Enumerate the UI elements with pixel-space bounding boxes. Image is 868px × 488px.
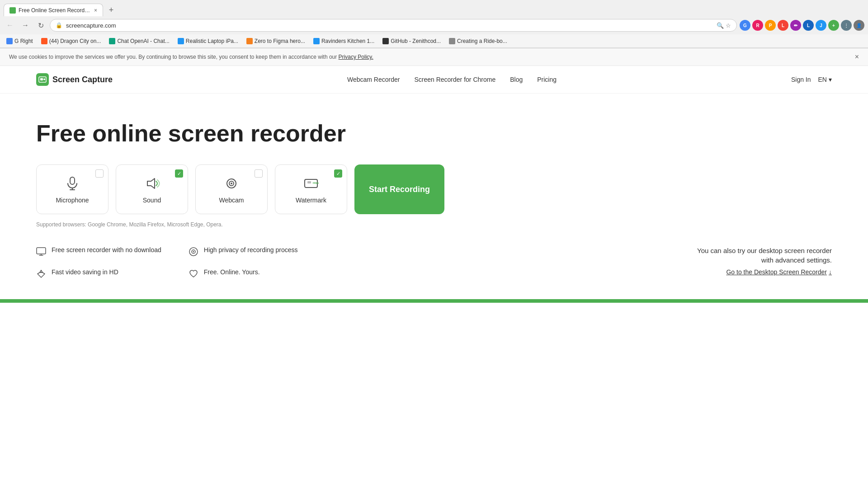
hero-title: Free online screen recorder	[36, 121, 832, 146]
ext-icon-1[interactable]: G	[740, 20, 750, 31]
privacy-icon	[189, 247, 198, 259]
bookmark-favicon	[178, 38, 184, 44]
bottom-green-bar	[0, 299, 868, 303]
bookmark-label: Chat OpenAI - Chat...	[117, 38, 169, 44]
feature-privacy: High privacy of recording process	[189, 246, 314, 259]
tab-bar: Free Online Screen Recorder | C... × +	[0, 0, 868, 16]
bookmark-label: G Right	[14, 38, 33, 44]
bookmark-figma[interactable]: Zero to Figma hero...	[244, 37, 308, 45]
sound-checkbox[interactable]: ✓	[175, 169, 183, 178]
new-tab-button[interactable]: +	[105, 4, 118, 16]
supported-browsers-text: Supported browsers: Google Chrome, Mozil…	[36, 221, 832, 228]
recording-options: Microphone ✓ Sound	[36, 164, 832, 214]
features-row: Free screen recorder with no download Hi…	[36, 246, 832, 281]
ext-icon-7[interactable]: J	[816, 20, 826, 31]
desktop-cta: You can also try our desktop screen reco…	[697, 246, 832, 276]
bookmark-favicon	[449, 38, 455, 44]
feature-free: Free. Online. Yours.	[189, 268, 314, 281]
bookmarks-bar: G Right (44) Dragon City on... Chat Open…	[0, 34, 868, 48]
webcam-checkbox[interactable]	[255, 169, 263, 178]
bookmark-favicon	[6, 38, 13, 44]
svg-point-18	[193, 251, 194, 253]
start-recording-button[interactable]: Start Recording	[354, 164, 444, 214]
tab-close-button[interactable]: ×	[94, 7, 97, 14]
bookmark-github[interactable]: GitHub - Zenithcod...	[380, 37, 443, 45]
nav-pricing[interactable]: Pricing	[537, 76, 557, 83]
sign-in-link[interactable]: Sign In	[791, 76, 811, 83]
webcam-icon	[223, 175, 240, 193]
nav-blog[interactable]: Blog	[510, 76, 523, 83]
language-selector[interactable]: EN ▾	[818, 76, 832, 83]
main-nav: Screen Capture Webcam Recorder Screen Re…	[0, 66, 868, 94]
logo-icon	[36, 73, 49, 86]
browser-chrome: Free Online Screen Recorder | C... × + ←…	[0, 0, 868, 48]
bookmark-laptop[interactable]: Realistic Laptop iPa...	[175, 37, 241, 45]
webcam-option[interactable]: Webcam	[195, 164, 268, 214]
active-tab[interactable]: Free Online Screen Recorder | C... ×	[4, 4, 103, 16]
profile-icon[interactable]: 👤	[854, 20, 864, 31]
bookmark-favicon	[41, 38, 47, 44]
watermark-option[interactable]: ✓ FREE Watermark	[275, 164, 347, 214]
bookmark-dragon-city[interactable]: (44) Dragon City on...	[38, 37, 104, 45]
bookmark-favicon	[109, 38, 115, 44]
ext-icon-5[interactable]: ✏	[790, 20, 801, 31]
url-text: screencapture.com	[66, 22, 116, 29]
ext-icon-8[interactable]: +	[828, 20, 839, 31]
reload-button[interactable]: ↻	[34, 19, 47, 32]
chevron-down-icon: ▾	[829, 76, 832, 83]
ext-icon-3[interactable]: P	[765, 20, 776, 31]
desktop-cta-text: You can also try our desktop screen reco…	[697, 246, 832, 265]
desktop-cta-link[interactable]: Go to the Desktop Screen Recorder ↓	[697, 268, 832, 276]
address-bar-icons: 🔍 ☆	[717, 22, 731, 29]
privacy-policy-link[interactable]: Privacy Policy.	[339, 54, 373, 60]
ext-icon-2[interactable]: R	[752, 20, 763, 31]
diamond-icon	[36, 269, 46, 281]
hero-section: Free online screen recorder Microphone	[0, 94, 868, 299]
search-icon[interactable]: 🔍	[717, 22, 724, 29]
logo-text: Screen Capture	[52, 75, 113, 84]
bookmark-chatgpt[interactable]: Chat OpenAI - Chat...	[106, 37, 172, 45]
sound-option[interactable]: ✓ Sound	[116, 164, 188, 214]
bookmark-label: GitHub - Zenithcod...	[391, 38, 441, 44]
ext-icon-6[interactable]: L	[803, 20, 814, 31]
bookmark-star-icon[interactable]: ☆	[726, 22, 731, 29]
microphone-option[interactable]: Microphone	[36, 164, 108, 214]
ext-icon-4[interactable]: L	[778, 20, 788, 31]
feature-text-no-download: Free screen recorder with no download	[52, 246, 161, 255]
nav-screen-recorder-chrome[interactable]: Screen Recorder for Chrome	[414, 76, 495, 83]
back-button[interactable]: ←	[4, 19, 16, 32]
bookmark-label: Creating a Ride-bo...	[457, 38, 507, 44]
bookmark-favicon	[313, 38, 320, 44]
logo[interactable]: Screen Capture	[36, 73, 113, 86]
feature-text-free: Free. Online. Yours.	[204, 268, 260, 277]
microphone-checkbox[interactable]	[95, 169, 104, 178]
watermark-checkbox[interactable]: ✓	[334, 169, 342, 178]
monitor-icon	[36, 247, 46, 259]
bookmark-label: (44) Dragon City on...	[49, 38, 101, 44]
svg-point-9	[231, 183, 232, 184]
bookmark-g-right[interactable]: G Right	[4, 37, 36, 45]
forward-button[interactable]: →	[19, 19, 32, 32]
tab-title: Free Online Screen Recorder | C...	[19, 7, 91, 14]
svg-rect-11	[307, 181, 311, 183]
lock-icon: 🔒	[56, 22, 62, 28]
sound-icon	[144, 175, 160, 193]
bookmark-ride[interactable]: Creating a Ride-bo...	[446, 37, 510, 45]
nav-webcam-recorder[interactable]: Webcam Recorder	[347, 76, 400, 83]
features-grid: Free screen recorder with no download Hi…	[36, 246, 314, 281]
bookmark-favicon	[246, 38, 253, 44]
address-bar-row: ← → ↻ 🔒 screencapture.com 🔍 ☆ G R P L ✏ …	[0, 16, 868, 34]
sound-label: Sound	[143, 197, 161, 204]
ext-icon-9[interactable]: ⋮	[841, 20, 852, 31]
tab-favicon	[9, 7, 16, 14]
svg-point-2	[43, 79, 45, 80]
page-content: We use cookies to improve the services w…	[0, 48, 868, 473]
bookmark-kitchen[interactable]: Ravinders Kitchen 1...	[311, 37, 377, 45]
heart-icon	[189, 269, 198, 281]
cookie-close-button[interactable]: ×	[855, 53, 859, 61]
svg-rect-13	[37, 248, 46, 254]
address-bar[interactable]: 🔒 screencapture.com 🔍 ☆	[50, 19, 737, 32]
feature-no-download: Free screen recorder with no download	[36, 246, 161, 259]
extension-icons: G R P L ✏ L J + ⋮ 👤	[740, 20, 864, 31]
svg-marker-6	[147, 178, 155, 188]
